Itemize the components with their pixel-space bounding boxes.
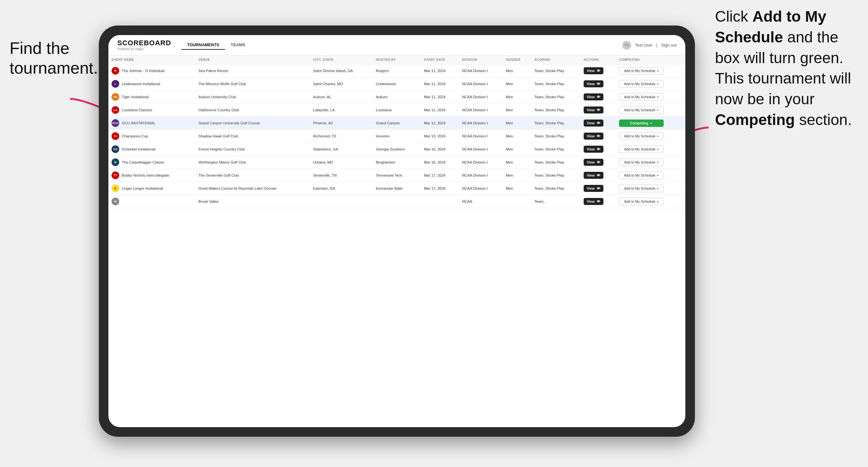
view-button[interactable]: View 👁 [584, 198, 603, 205]
competing-button[interactable]: Competing ✓ [619, 120, 664, 127]
view-label: View [587, 134, 595, 138]
view-label: View [587, 160, 595, 164]
event-name: Champions Cup [122, 134, 148, 138]
plus-icon: + [657, 174, 658, 177]
actions-cell: View 👁 [581, 182, 616, 195]
add-to-schedule-button[interactable]: Add to My Schedule + [619, 198, 664, 205]
gender-cell: Men [503, 156, 531, 169]
division-cell: NCAA Division I [459, 143, 503, 156]
view-label: View [587, 121, 595, 125]
division-cell: NCAA [459, 195, 503, 208]
plus-icon: + [657, 147, 658, 151]
venue-cell: Sea Palms Resort [195, 64, 310, 77]
gender-cell [503, 195, 531, 208]
add-to-schedule-button[interactable]: Add to My Schedule + [619, 80, 664, 88]
view-button[interactable]: View 👁 [584, 93, 603, 100]
col-city-state: CITY, STATE [310, 56, 373, 64]
plus-icon: + [657, 199, 658, 204]
add-to-schedule-button[interactable]: Add to My Schedule + [619, 132, 664, 140]
team-logo: GS [112, 145, 119, 153]
annotation-left-text: Find the tournament. [9, 39, 98, 77]
scoring-cell: Team, Stroke Play [531, 91, 581, 103]
division-cell: NCAA Division I [459, 91, 503, 103]
add-to-schedule-button[interactable]: Add to My Schedule + [619, 158, 664, 166]
add-to-schedule-button[interactable]: Add to My Schedule + [619, 185, 664, 192]
gender-cell: Men [503, 117, 531, 130]
sign-out-link[interactable]: Sign out [661, 43, 676, 48]
annotation-left: Find the tournament. [9, 38, 99, 78]
table-row: B The Carpetbagger Classic Worthington M… [108, 156, 685, 169]
add-to-schedule-button[interactable]: Add to My Schedule + [619, 145, 664, 153]
start-date-cell: Mar 11, 2024 [421, 91, 459, 103]
gender-cell: Men [503, 143, 531, 156]
team-logo: M [112, 198, 119, 205]
view-button[interactable]: View 👁 [584, 67, 603, 74]
competing-cell: Add to My Schedule + [616, 103, 685, 117]
table-row: R The Johnnie - O Individual Sea Palms R… [108, 64, 685, 77]
eye-icon: 👁 [597, 174, 600, 177]
event-name-cell: K Linger Longer Invitational [108, 182, 195, 195]
view-label: View [587, 69, 595, 73]
scoring-cell: Team, Stroke Play [531, 130, 581, 143]
table-row: L Lindenwood Invitational The Missouri B… [108, 77, 685, 91]
competing-cell: Add to My Schedule + [616, 77, 685, 91]
division-cell: NCAA Division I [459, 182, 503, 195]
gender-cell: Men [503, 64, 531, 77]
view-button[interactable]: View 👁 [584, 146, 603, 153]
event-name-cell: TT Bobby Nichols Intercollegiate [108, 169, 195, 182]
start-date-cell: Mar 12, 2024 [421, 117, 459, 130]
actions-cell: View 👁 [581, 156, 616, 169]
actions-cell: View 👁 [581, 130, 616, 143]
user-name: Test User [635, 43, 652, 48]
table-row: AU Tiger Invitational Auburn University … [108, 91, 685, 103]
gender-cell: Men [503, 103, 531, 117]
division-cell: NCAA Division I [459, 77, 503, 91]
event-name: Tiger Invitational [122, 95, 149, 99]
hosted-by-cell: Georgia Southern [373, 143, 421, 156]
city-state-cell: Saint Simons Island, GA [310, 64, 373, 77]
eye-icon: 👁 [597, 69, 600, 73]
view-button[interactable]: View 👁 [584, 106, 603, 114]
col-gender: GENDER [503, 56, 531, 64]
view-button[interactable]: View 👁 [584, 185, 603, 192]
col-division: DIVISION [459, 56, 503, 64]
plus-icon: + [657, 82, 658, 86]
start-date-cell: Mar 11, 2024 [421, 103, 459, 117]
hosted-by-cell [373, 195, 421, 208]
annotation-right: Click Add to My Schedule and the box wil… [715, 6, 862, 130]
table-header-row: EVENT NAME VENUE CITY, STATE HOSTED BY S… [108, 56, 685, 64]
view-button[interactable]: View 👁 [584, 80, 603, 87]
add-to-schedule-button[interactable]: Add to My Schedule + [619, 93, 664, 101]
scoring-cell: Team, Stroke Play [531, 117, 581, 130]
add-to-schedule-button[interactable]: Add to My Schedule + [619, 106, 664, 114]
table-row: H Champions Cup Shadow Hawk Golf ClubRic… [108, 130, 685, 143]
start-date-cell: Mar 11, 2024 [421, 64, 459, 77]
competing-cell: Add to My Schedule + [616, 143, 685, 156]
nav-tab-tournaments[interactable]: TOURNAMENTS [181, 40, 225, 50]
annotation-right-text: Click Add to My Schedule and the box wil… [715, 8, 852, 128]
event-name: The Johnnie - O Individual [122, 69, 164, 73]
eye-icon: 👁 [597, 186, 600, 190]
hosted-by-cell: Auburn [373, 91, 421, 103]
hosted-by-cell: Rutgers [373, 64, 421, 77]
view-button[interactable]: View 👁 [584, 172, 603, 179]
tablet-screen: SCOREBOARD Powered by clippd TOURNAMENTS… [108, 35, 685, 427]
view-button[interactable]: View 👁 [584, 133, 603, 139]
view-label: View [587, 95, 595, 99]
city-state-cell: Lafayette, LA [310, 103, 373, 117]
add-to-schedule-button[interactable]: Add to My Schedule + [619, 172, 664, 179]
view-button[interactable]: View 👁 [584, 120, 603, 127]
city-state-cell: Auburn, AL [310, 91, 373, 103]
view-button[interactable]: View 👁 [584, 159, 603, 166]
col-venue: VENUE [195, 56, 310, 64]
competing-label: Competing [630, 121, 648, 125]
division-cell: NCAA Division I [459, 103, 503, 117]
scoring-cell: Team, Stroke Play [531, 169, 581, 182]
add-to-schedule-button[interactable]: Add to My Schedule + [619, 67, 664, 74]
actions-cell: View 👁 [581, 117, 616, 130]
col-scoring: SCORING [531, 56, 581, 64]
city-state-cell [310, 195, 373, 208]
nav-tab-teams[interactable]: TEAMS [225, 40, 251, 50]
table-header: EVENT NAME VENUE CITY, STATE HOSTED BY S… [108, 56, 685, 64]
city-state-cell: Eatonton, GA [310, 182, 373, 195]
